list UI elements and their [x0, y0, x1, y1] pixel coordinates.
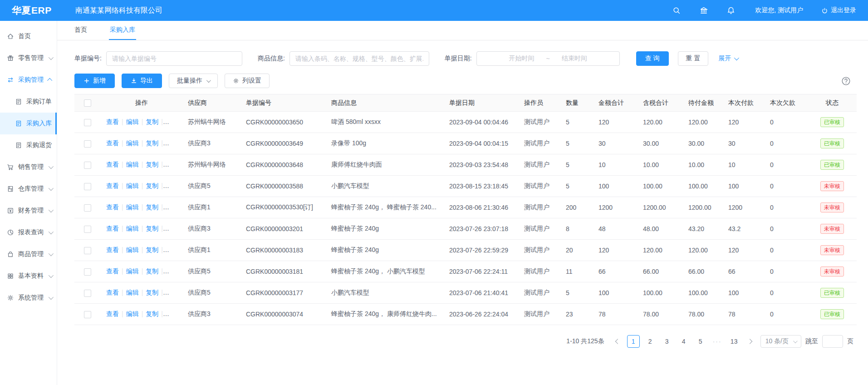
prev-page-button[interactable] — [611, 336, 623, 347]
sidebar-item-system[interactable]: 系统管理 — [0, 287, 57, 309]
sidebar-item-home[interactable]: 首页 — [0, 25, 57, 47]
search-icon[interactable] — [672, 6, 681, 15]
help-icon[interactable] — [841, 76, 851, 86]
sidebar-item-purchase-return[interactable]: 采购退货 — [0, 134, 57, 156]
row-checkbox[interactable] — [84, 268, 91, 276]
action-view-link[interactable]: 查看 — [106, 182, 119, 189]
cell-supplier: 苏州蜗牛网络 — [182, 154, 240, 176]
sidebar-item-purchase-inbound[interactable]: 采购入库 — [0, 113, 57, 134]
row-checkbox[interactable] — [84, 311, 91, 318]
goods-info-input[interactable] — [289, 51, 429, 66]
cell-operator: 测试用户 — [519, 218, 560, 240]
action-copy-link[interactable]: 复制 — [146, 139, 158, 147]
action-edit-link[interactable]: 编辑 — [126, 161, 139, 168]
action-edit-link[interactable]: 编辑 — [126, 118, 139, 125]
action-edit-link[interactable]: 编辑 — [126, 225, 139, 232]
action-edit-link[interactable]: 编辑 — [126, 289, 139, 296]
action-view-link[interactable]: 查看 — [106, 139, 119, 147]
action-copy-link[interactable]: 复制 — [146, 118, 158, 125]
action-view-link[interactable]: 查看 — [106, 289, 119, 296]
cell-unpaid: 30.00 — [683, 133, 723, 154]
row-checkbox[interactable] — [84, 140, 91, 148]
action-separator: | — [122, 182, 123, 189]
tab-2[interactable]: 采购入库 — [109, 21, 136, 40]
export-button[interactable]: 导出 — [122, 74, 162, 88]
action-copy-link[interactable]: 复制 — [146, 225, 158, 232]
action-edit-link[interactable]: 编辑 — [126, 203, 139, 211]
row-checkbox[interactable] — [84, 226, 91, 233]
sidebar-item-retail[interactable]: 零售管理 — [0, 47, 57, 69]
tenant-icon[interactable] — [700, 6, 708, 15]
date-range-picker[interactable]: 开始时间 ~ 结束时间 — [476, 51, 620, 66]
page-number[interactable]: 13 — [728, 335, 740, 348]
action-copy-link[interactable]: 复制 — [146, 267, 158, 275]
logout-button[interactable]: 退出登录 — [821, 6, 856, 15]
page-number[interactable]: 5 — [694, 335, 707, 348]
action-copy-link[interactable]: 复制 — [146, 310, 158, 317]
action-separator: | — [161, 118, 163, 125]
reset-button[interactable]: 重 置 — [678, 51, 709, 66]
action-copy-link[interactable]: 复制 — [146, 203, 158, 211]
row-checkbox[interactable] — [84, 247, 91, 254]
table-row: 查看|编辑|复制|删除 苏州蜗牛网络 CGRK00000003650 啤酒 58… — [74, 112, 857, 133]
page-number[interactable]: 2 — [644, 335, 657, 348]
page-ellipsis[interactable]: ··· — [711, 335, 724, 348]
cell-supplier: 供应商5 — [182, 176, 240, 197]
action-view-link[interactable]: 查看 — [106, 225, 119, 232]
sidebar-item-purchase[interactable]: 采购管理 — [0, 69, 57, 91]
cell-supplier: 供应商3 — [182, 304, 240, 325]
action-edit-link[interactable]: 编辑 — [126, 310, 139, 317]
cell-debt: 0 — [765, 176, 808, 197]
page-number[interactable]: 3 — [661, 335, 673, 348]
sidebar-item-finance[interactable]: 财务管理 — [0, 200, 57, 222]
cell-tax-total: 100.00 — [638, 282, 683, 304]
cell-qty: 5 — [560, 133, 593, 154]
cell-bill-no: CGRK00000003074 — [240, 304, 326, 325]
bill-no-input[interactable] — [106, 51, 242, 66]
cell-goods: 小鹏汽车模型 — [326, 176, 444, 197]
sidebar-item-report[interactable]: 报表查询 — [0, 222, 57, 243]
sidebar-item-goods[interactable]: 商品管理 — [0, 243, 57, 265]
action-view-link[interactable]: 查看 — [106, 161, 119, 168]
add-button[interactable]: 新增 — [74, 74, 115, 88]
row-actions: 查看|编辑|复制|删除 — [101, 218, 182, 240]
row-checkbox[interactable] — [84, 162, 91, 169]
action-copy-link[interactable]: 复制 — [146, 182, 158, 189]
sidebar-item-warehouse[interactable]: 仓库管理 — [0, 178, 57, 200]
row-checkbox[interactable] — [84, 290, 91, 297]
select-all-checkbox[interactable] — [84, 99, 91, 107]
column-settings-button[interactable]: 列设置 — [225, 74, 270, 88]
notification-bell-icon[interactable] — [727, 6, 735, 15]
action-view-link[interactable]: 查看 — [106, 267, 119, 275]
action-edit-link[interactable]: 编辑 — [126, 182, 139, 189]
action-view-link[interactable]: 查看 — [106, 310, 119, 317]
action-copy-link[interactable]: 复制 — [146, 289, 158, 296]
sidebar-item-sales[interactable]: 销售管理 — [0, 156, 57, 178]
row-checkbox[interactable] — [84, 119, 91, 126]
row-checkbox[interactable] — [84, 204, 91, 212]
cell-date: 2023-07-26 22:59:29 — [444, 240, 519, 261]
cell-qty: 11 — [560, 261, 593, 282]
expand-filters-link[interactable]: 展开 — [718, 54, 738, 63]
action-view-link[interactable]: 查看 — [106, 203, 119, 211]
action-edit-link[interactable]: 编辑 — [126, 267, 139, 275]
page-size-select[interactable]: 10 条/页 — [760, 335, 801, 348]
action-copy-link[interactable]: 复制 — [146, 246, 158, 253]
action-view-link[interactable]: 查看 — [106, 246, 119, 253]
next-page-button[interactable] — [745, 336, 756, 347]
action-copy-link[interactable]: 复制 — [146, 161, 158, 168]
search-button[interactable]: 查 询 — [636, 51, 669, 66]
row-checkbox[interactable] — [84, 183, 91, 190]
batch-operations-button[interactable]: 批量操作 — [169, 74, 218, 88]
sidebar-item-basic[interactable]: 基本资料 — [0, 265, 57, 287]
jump-to-page-input[interactable] — [822, 335, 843, 348]
action-edit-link[interactable]: 编辑 — [126, 139, 139, 147]
sidebar-item-purchase-order[interactable]: 采购订单 — [0, 91, 57, 113]
action-view-link[interactable]: 查看 — [106, 118, 119, 125]
tab-1[interactable]: 首页 — [74, 21, 88, 40]
page-number[interactable]: 4 — [677, 335, 690, 348]
page-number-active[interactable]: 1 — [627, 335, 640, 348]
cell-paid: 120 — [723, 112, 765, 133]
cell-paid: 1200 — [723, 197, 765, 218]
action-edit-link[interactable]: 编辑 — [126, 246, 139, 253]
